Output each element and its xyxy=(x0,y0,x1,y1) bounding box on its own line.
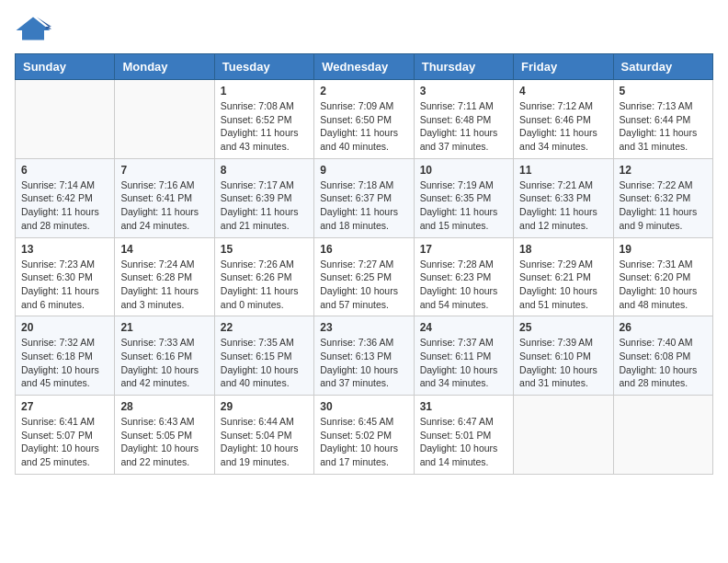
calendar-header: SundayMondayTuesdayWednesdayThursdayFrid… xyxy=(16,54,713,80)
day-info: Sunrise: 7:08 AM Sunset: 6:52 PM Dayligh… xyxy=(221,99,308,154)
day-number: 2 xyxy=(320,85,407,98)
calendar-day-cell: 11Sunrise: 7:21 AM Sunset: 6:33 PM Dayli… xyxy=(514,158,613,237)
calendar-day-cell xyxy=(613,396,712,475)
calendar-day-cell: 1Sunrise: 7:08 AM Sunset: 6:52 PM Daylig… xyxy=(214,80,313,159)
calendar-day-header: Monday xyxy=(115,54,214,80)
day-info: Sunrise: 7:23 AM Sunset: 6:30 PM Dayligh… xyxy=(21,258,108,312)
day-info: Sunrise: 7:14 AM Sunset: 6:42 PM Dayligh… xyxy=(21,178,108,233)
calendar-day-cell: 9Sunrise: 7:18 AM Sunset: 6:37 PM Daylig… xyxy=(314,158,414,237)
day-info: Sunrise: 7:18 AM Sunset: 6:37 PM Dayligh… xyxy=(320,178,407,233)
day-number: 31 xyxy=(420,400,507,413)
calendar-day-cell: 6Sunrise: 7:14 AM Sunset: 6:42 PM Daylig… xyxy=(16,158,115,237)
day-info: Sunrise: 7:35 AM Sunset: 6:15 PM Dayligh… xyxy=(221,336,308,390)
day-info: Sunrise: 7:27 AM Sunset: 6:25 PM Dayligh… xyxy=(320,258,407,312)
calendar-day-cell xyxy=(514,396,613,475)
calendar-header-row: SundayMondayTuesdayWednesdayThursdayFrid… xyxy=(16,54,713,80)
day-number: 26 xyxy=(620,321,707,334)
day-number: 8 xyxy=(221,164,308,177)
day-info: Sunrise: 7:40 AM Sunset: 6:08 PM Dayligh… xyxy=(620,336,707,390)
day-number: 9 xyxy=(320,164,407,177)
day-number: 18 xyxy=(519,243,607,256)
calendar-day-cell: 10Sunrise: 7:19 AM Sunset: 6:35 PM Dayli… xyxy=(414,158,513,237)
calendar-week-row: 1Sunrise: 7:08 AM Sunset: 6:52 PM Daylig… xyxy=(16,80,713,159)
calendar-day-cell: 24Sunrise: 7:37 AM Sunset: 6:11 PM Dayli… xyxy=(414,316,513,396)
calendar-week-row: 13Sunrise: 7:23 AM Sunset: 6:30 PM Dayli… xyxy=(16,237,713,316)
day-number: 14 xyxy=(120,243,208,256)
day-number: 24 xyxy=(420,321,507,334)
day-info: Sunrise: 7:29 AM Sunset: 6:21 PM Dayligh… xyxy=(519,258,607,312)
day-info: Sunrise: 7:36 AM Sunset: 6:13 PM Dayligh… xyxy=(320,336,407,390)
day-info: Sunrise: 7:13 AM Sunset: 6:44 PM Dayligh… xyxy=(620,99,707,154)
day-info: Sunrise: 7:11 AM Sunset: 6:48 PM Dayligh… xyxy=(420,99,507,154)
calendar-day-cell: 30Sunrise: 6:45 AM Sunset: 5:02 PM Dayli… xyxy=(314,396,414,475)
day-info: Sunrise: 7:21 AM Sunset: 6:33 PM Dayligh… xyxy=(519,178,607,233)
day-info: Sunrise: 7:28 AM Sunset: 6:23 PM Dayligh… xyxy=(420,258,507,312)
day-number: 22 xyxy=(221,321,308,334)
calendar-day-cell: 7Sunrise: 7:16 AM Sunset: 6:41 PM Daylig… xyxy=(115,158,214,237)
day-info: Sunrise: 7:31 AM Sunset: 6:20 PM Dayligh… xyxy=(620,258,707,312)
day-number: 15 xyxy=(221,243,308,256)
calendar-day-cell: 25Sunrise: 7:39 AM Sunset: 6:10 PM Dayli… xyxy=(514,316,613,396)
calendar-day-cell: 4Sunrise: 7:12 AM Sunset: 6:46 PM Daylig… xyxy=(514,80,613,159)
day-info: Sunrise: 6:43 AM Sunset: 5:05 PM Dayligh… xyxy=(120,415,208,469)
calendar-day-cell xyxy=(16,80,115,159)
day-number: 11 xyxy=(519,164,607,177)
day-info: Sunrise: 6:47 AM Sunset: 5:01 PM Dayligh… xyxy=(420,415,507,469)
calendar-day-cell: 23Sunrise: 7:36 AM Sunset: 6:13 PM Dayli… xyxy=(314,316,414,396)
day-number: 16 xyxy=(320,243,407,256)
day-number: 25 xyxy=(519,321,607,334)
day-info: Sunrise: 7:26 AM Sunset: 6:26 PM Dayligh… xyxy=(221,258,308,312)
calendar-day-header: Tuesday xyxy=(214,54,313,80)
day-number: 27 xyxy=(21,400,108,413)
day-number: 19 xyxy=(620,243,707,256)
calendar-day-cell: 3Sunrise: 7:11 AM Sunset: 6:48 PM Daylig… xyxy=(414,80,513,159)
calendar-day-header: Saturday xyxy=(613,54,712,80)
day-number: 20 xyxy=(21,321,108,334)
day-number: 13 xyxy=(21,243,108,256)
calendar-day-cell: 19Sunrise: 7:31 AM Sunset: 6:20 PM Dayli… xyxy=(613,237,712,316)
day-info: Sunrise: 7:24 AM Sunset: 6:28 PM Dayligh… xyxy=(120,258,208,312)
calendar-day-cell: 15Sunrise: 7:26 AM Sunset: 6:26 PM Dayli… xyxy=(214,237,313,316)
day-number: 6 xyxy=(21,164,108,177)
calendar-week-row: 6Sunrise: 7:14 AM Sunset: 6:42 PM Daylig… xyxy=(16,158,713,237)
day-number: 7 xyxy=(120,164,208,177)
day-info: Sunrise: 7:37 AM Sunset: 6:11 PM Dayligh… xyxy=(420,336,507,390)
logo-icon xyxy=(15,15,51,42)
calendar-day-cell: 26Sunrise: 7:40 AM Sunset: 6:08 PM Dayli… xyxy=(613,316,712,396)
day-info: Sunrise: 7:39 AM Sunset: 6:10 PM Dayligh… xyxy=(519,336,607,390)
day-info: Sunrise: 6:41 AM Sunset: 5:07 PM Dayligh… xyxy=(21,415,108,469)
calendar-day-header: Wednesday xyxy=(314,54,414,80)
day-number: 17 xyxy=(420,243,507,256)
calendar-table: SundayMondayTuesdayWednesdayThursdayFrid… xyxy=(15,53,713,475)
logo xyxy=(15,15,55,42)
calendar-day-cell: 29Sunrise: 6:44 AM Sunset: 5:04 PM Dayli… xyxy=(214,396,313,475)
day-number: 23 xyxy=(320,321,407,334)
calendar-day-cell: 13Sunrise: 7:23 AM Sunset: 6:30 PM Dayli… xyxy=(16,237,115,316)
day-number: 21 xyxy=(120,321,208,334)
calendar-day-header: Thursday xyxy=(414,54,513,80)
calendar-day-cell: 20Sunrise: 7:32 AM Sunset: 6:18 PM Dayli… xyxy=(16,316,115,396)
calendar-day-cell: 2Sunrise: 7:09 AM Sunset: 6:50 PM Daylig… xyxy=(314,80,414,159)
day-number: 3 xyxy=(420,85,507,98)
calendar-day-cell: 21Sunrise: 7:33 AM Sunset: 6:16 PM Dayli… xyxy=(115,316,214,396)
calendar-day-cell: 8Sunrise: 7:17 AM Sunset: 6:39 PM Daylig… xyxy=(214,158,313,237)
calendar-day-header: Friday xyxy=(514,54,613,80)
calendar-day-cell: 16Sunrise: 7:27 AM Sunset: 6:25 PM Dayli… xyxy=(314,237,414,316)
day-number: 1 xyxy=(221,85,308,98)
calendar-day-cell: 31Sunrise: 6:47 AM Sunset: 5:01 PM Dayli… xyxy=(414,396,513,475)
calendar-week-row: 20Sunrise: 7:32 AM Sunset: 6:18 PM Dayli… xyxy=(16,316,713,396)
day-info: Sunrise: 7:17 AM Sunset: 6:39 PM Dayligh… xyxy=(221,178,308,233)
calendar-day-cell: 17Sunrise: 7:28 AM Sunset: 6:23 PM Dayli… xyxy=(414,237,513,316)
day-number: 12 xyxy=(620,164,707,177)
calendar-day-cell: 22Sunrise: 7:35 AM Sunset: 6:15 PM Dayli… xyxy=(214,316,313,396)
day-info: Sunrise: 7:33 AM Sunset: 6:16 PM Dayligh… xyxy=(120,336,208,390)
day-info: Sunrise: 7:19 AM Sunset: 6:35 PM Dayligh… xyxy=(420,178,507,233)
calendar-week-row: 27Sunrise: 6:41 AM Sunset: 5:07 PM Dayli… xyxy=(16,396,713,475)
day-number: 29 xyxy=(221,400,308,413)
calendar-day-cell: 5Sunrise: 7:13 AM Sunset: 6:44 PM Daylig… xyxy=(613,80,712,159)
day-info: Sunrise: 6:44 AM Sunset: 5:04 PM Dayligh… xyxy=(221,415,308,469)
day-number: 5 xyxy=(620,85,707,98)
calendar-day-cell: 14Sunrise: 7:24 AM Sunset: 6:28 PM Dayli… xyxy=(115,237,214,316)
page-header xyxy=(15,15,713,42)
day-info: Sunrise: 7:22 AM Sunset: 6:32 PM Dayligh… xyxy=(620,178,707,233)
